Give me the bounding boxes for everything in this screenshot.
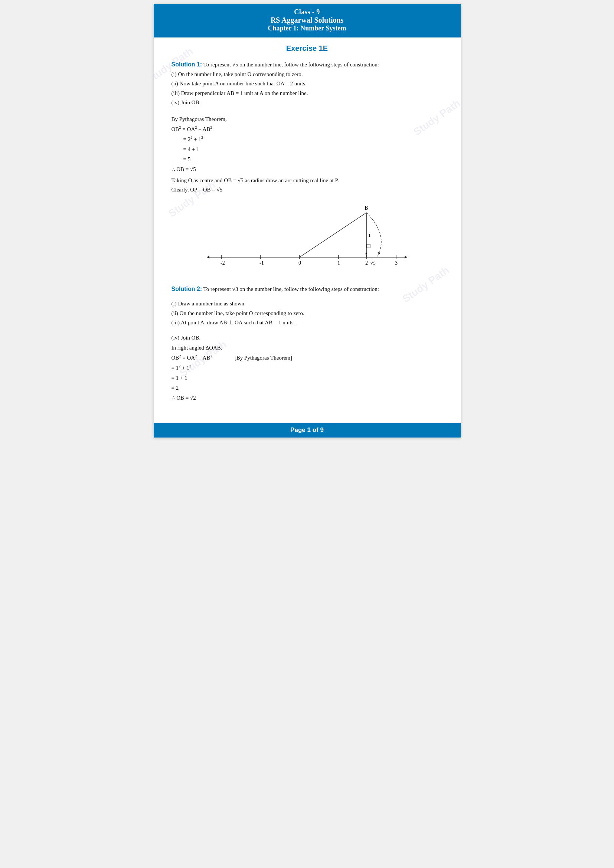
- sol2-math-1: = 12 + 12: [172, 363, 443, 373]
- solution-1-step-3: (iii) Draw perpendicular AB = 1 unit at …: [172, 89, 443, 98]
- pythagoras-block: By Pythagoras Theorem, OB2 = OA2 + AB2 =…: [172, 114, 443, 174]
- solution-2-block: Solution 2: To represent √3 on the numbe…: [172, 284, 443, 403]
- svg-text:0: 0: [298, 260, 301, 266]
- chapter-label: Chapter 1: Number System: [161, 25, 453, 32]
- solution-2-intro-text: To represent √3 on the number line, foll…: [202, 286, 379, 292]
- svg-text:√5: √5: [371, 260, 376, 266]
- book-title: RS Aggarwal Solutions: [161, 16, 453, 25]
- page-footer: Page 1 of 9: [154, 423, 460, 437]
- pythagoras-label: By Pythagoras Theorem,: [172, 114, 443, 124]
- diagram-1: -2 -1 0 1 2 √5 3: [199, 202, 415, 276]
- op-text: Clearly, OP = OB = √5: [172, 185, 443, 195]
- page-header: Class - 9 RS Aggarwal Solutions Chapter …: [154, 4, 460, 37]
- solution-2-intro: Solution 2: To represent √3 on the numbe…: [172, 284, 443, 294]
- svg-text:P: P: [378, 251, 380, 256]
- svg-text:-2: -2: [220, 260, 225, 266]
- sol2-math-2: = 1 + 1: [172, 373, 443, 383]
- sol2-ob-result: ∴ OB = √2: [172, 393, 443, 403]
- svg-marker-15: [207, 256, 209, 259]
- solution-1-block: Solution 1: To represent √5 on the numbe…: [172, 59, 443, 108]
- solution-1-intro-text: To represent √5 on the number line, foll…: [202, 62, 379, 68]
- math-line-3: = 5: [183, 154, 443, 164]
- svg-text:B: B: [364, 205, 368, 211]
- page-content: Study Path Study Path Study Path Study P…: [154, 37, 460, 423]
- pagination: Page 1 of 9: [290, 426, 324, 434]
- sol2-math-ob2: OB2 = OA2 + AB2 [By Pythagoras Theorem]: [172, 353, 443, 363]
- svg-line-18: [299, 212, 366, 257]
- svg-rect-16: [366, 244, 370, 248]
- solution-1-step-2: (ii) Now take point A on number line suc…: [172, 79, 443, 89]
- svg-text:2: 2: [365, 260, 368, 266]
- svg-text:A: A: [364, 251, 368, 256]
- solution-1-step-4: (iv) Join OB.: [172, 98, 443, 108]
- solution-2-step-3: (iii) At point A, draw AB ⊥ OA such that…: [172, 318, 443, 328]
- svg-text:1: 1: [338, 260, 340, 266]
- svg-text:-1: -1: [259, 260, 264, 266]
- arc-text: Taking O as centre and OB = √5 as radius…: [172, 176, 443, 186]
- math-ob2: OB2 = OA2 + AB2: [172, 124, 443, 134]
- solution-2-step-2: (ii) On the number line, take point O co…: [172, 309, 443, 318]
- math-line-2: = 4 + 1: [183, 144, 443, 154]
- solution-1-step-1: (i) On the number line, take point O cor…: [172, 70, 443, 79]
- exercise-title: Exercise 1E: [172, 44, 443, 53]
- solution-2-label: Solution 2:: [172, 286, 202, 292]
- diagram-svg-1: -2 -1 0 1 2 √5 3: [199, 202, 415, 276]
- svg-marker-14: [405, 256, 407, 259]
- sol2-math-3: = 2: [172, 383, 443, 393]
- solution-1-label: Solution 1:: [172, 61, 202, 68]
- page: Class - 9 RS Aggarwal Solutions Chapter …: [154, 4, 460, 437]
- right-angle-label: In right angled ΔOAB,: [172, 343, 443, 353]
- ob-result-1: ∴ OB = √5: [172, 164, 443, 174]
- svg-text:3: 3: [395, 260, 398, 266]
- class-label: Class - 9: [161, 8, 453, 16]
- solution-2-step-1: (i) Draw a number line as shown.: [172, 299, 443, 309]
- svg-text:1: 1: [368, 232, 371, 238]
- solution-2-step-4: (iv) Join OB.: [172, 333, 443, 343]
- solution-1-intro: Solution 1: To represent √5 on the numbe…: [172, 59, 443, 70]
- pythagoras-note: [By Pythagoras Theorem]: [235, 353, 293, 363]
- math-line-1: = 22 + 12: [183, 134, 443, 144]
